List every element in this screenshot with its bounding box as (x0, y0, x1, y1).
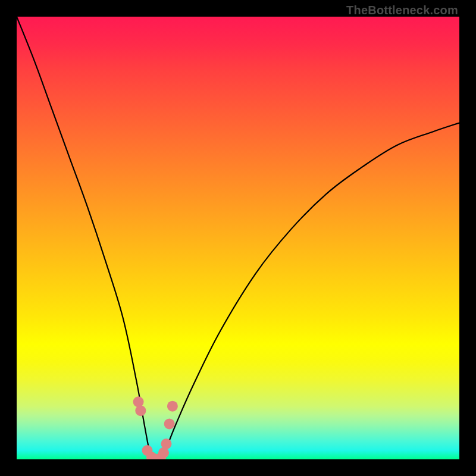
plot-area (17, 17, 459, 459)
bottleneck-curve (17, 17, 459, 459)
marker-point (161, 439, 171, 449)
marker-point (167, 401, 178, 412)
marker-point (164, 418, 175, 429)
attribution-text: TheBottleneck.com (346, 4, 458, 17)
highlight-markers (133, 396, 178, 459)
marker-point (135, 405, 146, 416)
chart-frame: TheBottleneck.com (0, 0, 476, 476)
curve-layer (17, 17, 459, 459)
